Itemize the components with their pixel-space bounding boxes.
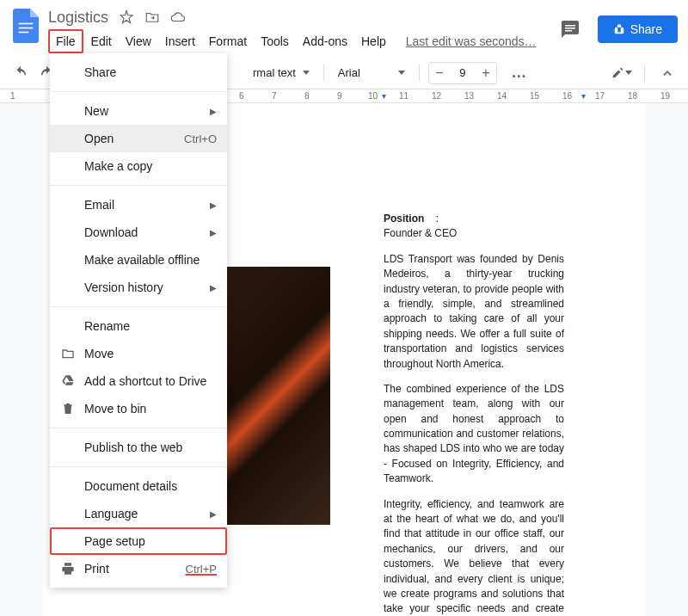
separator bbox=[50, 428, 227, 428]
print-icon bbox=[60, 561, 76, 576]
ruler-mark: 13 bbox=[464, 91, 474, 101]
label: Version history bbox=[84, 280, 163, 294]
ruler-indicator[interactable]: ▾ bbox=[581, 91, 586, 101]
menu-item-doc-details[interactable]: Document details bbox=[50, 472, 227, 500]
font-dropdown[interactable]: Arial bbox=[333, 66, 410, 79]
menu-edit[interactable]: Edit bbox=[85, 31, 118, 52]
menu-item-add-shortcut[interactable]: Add a shortcut to Drive bbox=[50, 367, 227, 395]
ruler-indicator[interactable]: ▾ bbox=[382, 91, 386, 101]
move-folder-icon[interactable] bbox=[144, 9, 160, 25]
menu-tools[interactable]: Tools bbox=[255, 31, 295, 52]
toolbar-right bbox=[611, 63, 678, 83]
submenu-arrow-icon: ▶ bbox=[210, 283, 217, 293]
svg-rect-1 bbox=[19, 28, 34, 29]
font-size-increase[interactable]: + bbox=[476, 63, 496, 83]
ruler-mark: 18 bbox=[628, 91, 637, 101]
menu-addons[interactable]: Add-ons bbox=[297, 31, 353, 52]
shortcut: Ctrl+O bbox=[184, 132, 217, 145]
separator bbox=[50, 466, 227, 467]
undo-button[interactable] bbox=[10, 63, 31, 83]
label: Share bbox=[84, 65, 116, 79]
file-dropdown-menu: Share New▶ OpenCtrl+O Make a copy Email▶… bbox=[50, 53, 227, 588]
ruler-mark: 1 bbox=[10, 91, 15, 101]
svg-rect-5 bbox=[565, 30, 572, 32]
more-button[interactable]: … bbox=[509, 63, 530, 83]
ruler-mark: 15 bbox=[530, 91, 539, 101]
menu-view[interactable]: View bbox=[120, 31, 157, 52]
menu-item-email[interactable]: Email▶ bbox=[50, 191, 227, 219]
menu-item-version-history[interactable]: Version history▶ bbox=[50, 274, 227, 301]
label: Open bbox=[84, 132, 114, 145]
svg-rect-4 bbox=[565, 28, 575, 29]
star-icon[interactable] bbox=[119, 9, 134, 25]
separator bbox=[419, 65, 420, 82]
menu-item-page-setup[interactable]: Page setup bbox=[50, 527, 227, 555]
chevron-down-icon bbox=[625, 71, 632, 75]
ruler-mark: 9 bbox=[337, 91, 342, 101]
label: Document details bbox=[84, 479, 177, 493]
submenu-arrow-icon: ▶ bbox=[210, 509, 217, 519]
ruler-mark: 17 bbox=[595, 91, 605, 101]
menu-item-download[interactable]: Download▶ bbox=[50, 219, 227, 246]
editing-mode-button[interactable] bbox=[611, 63, 632, 83]
ruler-mark: 12 bbox=[432, 91, 441, 101]
label: Print bbox=[84, 562, 109, 576]
folder-icon bbox=[60, 346, 76, 361]
app-header: Logistics File Edit View Insert Format T… bbox=[0, 0, 688, 57]
menu-item-share[interactable]: Share bbox=[50, 59, 227, 86]
paragraph-3: Integrity, efficiency, and teamwork are … bbox=[384, 497, 564, 616]
docs-logo-icon[interactable] bbox=[10, 7, 41, 45]
submenu-arrow-icon: ▶ bbox=[210, 107, 217, 116]
menu-item-publish[interactable]: Publish to the web bbox=[50, 434, 227, 461]
menu-item-language[interactable]: Language▶ bbox=[50, 500, 227, 527]
menu-item-make-copy[interactable]: Make a copy bbox=[50, 152, 227, 180]
ruler-mark: 6 bbox=[239, 91, 244, 101]
label: Language bbox=[84, 507, 138, 521]
last-edit-link[interactable]: Last edit was seconds… bbox=[406, 34, 537, 48]
position-label: Position bbox=[384, 213, 424, 225]
share-label: Share bbox=[630, 22, 662, 36]
document-image[interactable] bbox=[227, 267, 330, 525]
font-label: Arial bbox=[338, 66, 360, 79]
share-button[interactable]: Share bbox=[598, 15, 678, 43]
separator bbox=[50, 91, 227, 92]
menu-item-open[interactable]: OpenCtrl+O bbox=[50, 125, 227, 152]
menu-item-print[interactable]: PrintCtrl+P bbox=[50, 555, 227, 582]
menu-help[interactable]: Help bbox=[355, 31, 392, 52]
cloud-icon[interactable] bbox=[170, 9, 186, 25]
menu-item-move[interactable]: Move bbox=[50, 340, 227, 367]
comments-button[interactable] bbox=[553, 12, 587, 46]
label: Make a copy bbox=[84, 159, 152, 173]
menu-item-offline[interactable]: Make available offline bbox=[50, 246, 227, 274]
chevron-down-icon bbox=[398, 71, 405, 75]
svg-rect-3 bbox=[565, 25, 575, 27]
chevron-down-icon bbox=[303, 71, 310, 75]
header-right: Share bbox=[553, 12, 678, 46]
menu-item-new[interactable]: New▶ bbox=[50, 97, 227, 125]
menu-item-rename[interactable]: Rename bbox=[50, 312, 227, 340]
menu-format[interactable]: Format bbox=[203, 31, 253, 52]
shortcut: Ctrl+P bbox=[186, 563, 217, 576]
collapse-button[interactable] bbox=[657, 63, 678, 83]
svg-rect-0 bbox=[19, 23, 34, 25]
font-size-value[interactable]: 9 bbox=[450, 66, 476, 79]
label: Publish to the web bbox=[84, 440, 182, 454]
menu-item-move-to-bin[interactable]: Move to bin bbox=[50, 395, 227, 422]
title-row: Logistics bbox=[48, 7, 553, 28]
label: Add a shortcut to Drive bbox=[84, 374, 206, 388]
label: Make available offline bbox=[84, 253, 200, 267]
submenu-arrow-icon: ▶ bbox=[210, 228, 217, 237]
label: Email bbox=[84, 198, 114, 212]
style-dropdown[interactable]: rmal text bbox=[248, 66, 315, 79]
document-title[interactable]: Logistics bbox=[48, 9, 108, 27]
ruler-mark: 10 bbox=[368, 91, 378, 101]
font-size-decrease[interactable]: − bbox=[429, 63, 450, 83]
trash-icon bbox=[60, 401, 76, 416]
paragraph-2: The combined experience of the LDS manag… bbox=[384, 382, 564, 487]
document-text[interactable]: Position :Founder & CEO LDS Transport wa… bbox=[384, 212, 564, 616]
position-value: Founder & CEO bbox=[384, 227, 457, 239]
menu-insert[interactable]: Insert bbox=[159, 31, 201, 52]
ruler-mark: 11 bbox=[399, 91, 408, 101]
ruler-mark: 8 bbox=[304, 91, 310, 101]
menu-file[interactable]: File bbox=[48, 29, 83, 53]
